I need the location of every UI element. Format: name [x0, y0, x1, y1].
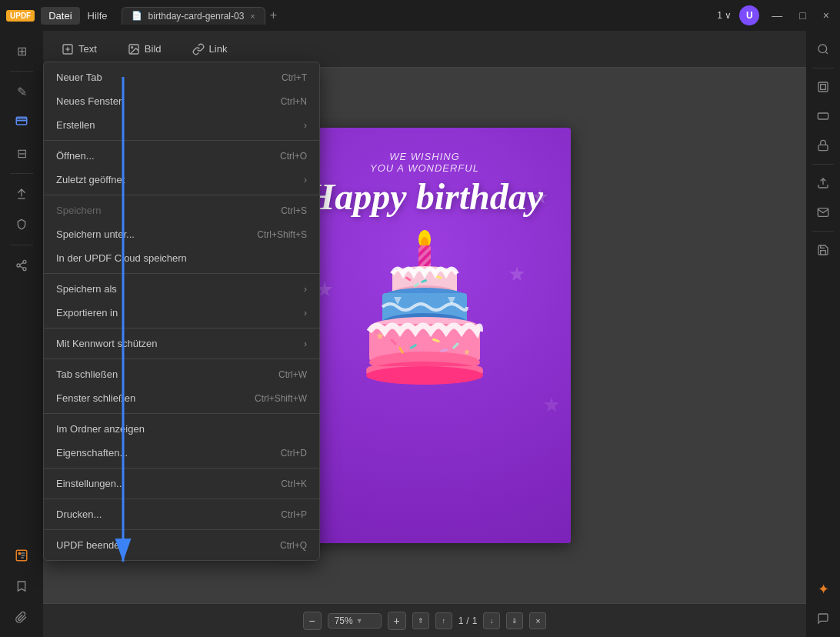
- toolbar-text-btn[interactable]: Text: [55, 40, 103, 58]
- sidebar-protect-icon[interactable]: [8, 211, 35, 238]
- menu-item-zuletzt[interactable]: Zuletzt geöffnet ›: [44, 168, 319, 192]
- menu-item-speichern-unter[interactable]: Speichern unter... Ctrl+Shift+S: [44, 222, 319, 246]
- titlebar: UPDF Datei Hilfe 📄 birthday-card-genral-…: [0, 0, 840, 31]
- pdf-main-text: Happy birthday: [306, 177, 543, 218]
- sidebar-share-icon[interactable]: [8, 252, 35, 279]
- svg-marker-24: [544, 397, 559, 412]
- tab-title: birthday-card-genral-03: [148, 11, 245, 22]
- right-redact-icon[interactable]: [811, 104, 835, 128]
- sidebar-export-icon[interactable]: [8, 180, 35, 208]
- sidebar-edit-icon[interactable]: ✎: [8, 78, 35, 105]
- main-layout: ⊞ ✎ ⊟: [0, 31, 840, 637]
- svg-point-5: [17, 264, 20, 267]
- add-tab-button[interactable]: +: [270, 8, 277, 22]
- bottom-bar: − 75% ▼ + ⇑ ↑ 1 / 1 ↓ ⇓ ×: [43, 603, 806, 637]
- menu-sep-6: [44, 413, 319, 414]
- tab-close-button[interactable]: ×: [250, 12, 255, 21]
- svg-rect-28: [418, 245, 431, 268]
- svg-point-6: [23, 268, 26, 271]
- pdf-text-line1: WE WISHING YOU A WONDERFUL: [370, 151, 479, 174]
- sidebar-organize-icon[interactable]: ⊟: [8, 139, 35, 167]
- sidebar-right: ✦: [806, 31, 840, 637]
- toolbar-image-btn[interactable]: Bild: [122, 40, 168, 58]
- menu-datei[interactable]: Datei: [41, 7, 79, 25]
- cake-illustration: [348, 224, 502, 393]
- page-first-button[interactable]: ⇑: [412, 612, 429, 629]
- menu-sep-8: [44, 499, 319, 499]
- svg-line-8: [20, 262, 24, 265]
- zoom-dropdown-icon[interactable]: ▼: [356, 617, 363, 625]
- sidebar-left: ⊞ ✎ ⊟: [0, 31, 43, 637]
- menu-item-beenden[interactable]: UPDF beenden Ctrl+Q: [44, 533, 319, 557]
- svg-point-56: [818, 45, 827, 53]
- sidebar-attachment-icon[interactable]: [8, 603, 35, 631]
- svg-point-55: [366, 366, 483, 385]
- sidebar-layers-icon[interactable]: [8, 542, 35, 569]
- page-display: 1 / 1: [458, 615, 478, 626]
- tab-doc-icon: 📄: [132, 11, 142, 21]
- menu-item-exportieren[interactable]: Exportieren in ›: [44, 301, 319, 325]
- right-lock-icon[interactable]: [811, 133, 835, 158]
- menu-item-kennwort[interactable]: Mit Kennwort schützen ›: [44, 332, 319, 355]
- menu-sep-3: [44, 273, 319, 274]
- svg-line-57: [825, 52, 828, 54]
- menu-item-eigenschaften[interactable]: Eigenschaften... Ctrl+D: [44, 441, 319, 465]
- menu-sep-4: [44, 328, 319, 329]
- menu-sep-1: [44, 140, 319, 141]
- sidebar-divider-3: [10, 245, 33, 245]
- right-ai-icon[interactable]: ✦: [811, 577, 835, 602]
- document-tab[interactable]: 📄 birthday-card-genral-03 ×: [122, 7, 265, 25]
- svg-point-4: [23, 260, 26, 263]
- sidebar-thumbnail-icon[interactable]: ⊞: [8, 37, 35, 65]
- minimize-button[interactable]: —: [767, 8, 787, 23]
- menu-item-fenster-schliessen[interactable]: Fenster schließen Ctrl+Shift+W: [44, 386, 319, 410]
- pdf-page: WE WISHING YOU A WONDERFUL Happy birthda…: [278, 128, 571, 543]
- menu-item-cloud-speichern[interactable]: In der UPDF Cloud speichern: [44, 246, 319, 270]
- app-logo: UPDF: [6, 10, 35, 22]
- menu-item-speichern-als[interactable]: Speichern als ›: [44, 277, 319, 301]
- svg-point-18: [132, 46, 133, 48]
- right-search-icon[interactable]: [811, 37, 835, 62]
- toolbar-link-btn[interactable]: Link: [186, 40, 234, 58]
- right-chat-icon[interactable]: [811, 606, 835, 631]
- menu-item-oeffnen[interactable]: Öffnen... Ctrl+O: [44, 144, 319, 168]
- sidebar-divider-2: [10, 173, 33, 174]
- menu-item-speichern: Speichern Ctrl+S: [44, 198, 319, 222]
- menu-item-erstellen[interactable]: Erstellen ›: [44, 113, 319, 137]
- zoom-in-button[interactable]: +: [388, 612, 406, 630]
- menu-sep-9: [44, 529, 319, 530]
- menu-sep-5: [44, 359, 319, 359]
- page-prev-button[interactable]: ↑: [435, 612, 452, 629]
- right-upload-icon[interactable]: [811, 171, 835, 195]
- page-next-button[interactable]: ↓: [483, 612, 500, 629]
- page-nav-display[interactable]: 1 ∨: [717, 10, 732, 21]
- page-last-button[interactable]: ⇓: [506, 612, 523, 629]
- sidebar-divider-1: [10, 71, 33, 72]
- right-mail-icon[interactable]: [811, 200, 835, 225]
- menu-item-einstellungen[interactable]: Einstellungen... Ctrl+K: [44, 472, 319, 495]
- menu-item-neues-fenster[interactable]: Neues Fenster Ctrl+N: [44, 89, 319, 113]
- menu-item-tab-schliessen[interactable]: Tab schließen Ctrl+W: [44, 362, 319, 386]
- menu-item-im-ordner[interactable]: Im Ordner anzeigen: [44, 417, 319, 441]
- sidebar-comment-icon[interactable]: [8, 108, 35, 136]
- svg-rect-12: [21, 555, 25, 556]
- svg-marker-22: [509, 266, 525, 281]
- close-window-button[interactable]: ×: [818, 8, 834, 23]
- menu-item-drucken[interactable]: Drucken... Ctrl+P: [44, 502, 319, 526]
- user-avatar[interactable]: U: [739, 5, 759, 25]
- zoom-out-button[interactable]: −: [303, 612, 322, 630]
- sidebar-bookmark-icon[interactable]: [8, 572, 35, 600]
- svg-rect-60: [818, 113, 828, 119]
- maximize-button[interactable]: □: [795, 8, 810, 23]
- file-menu-dropdown: Neuer Tab Ctrl+T Neues Fenster Ctrl+N Er…: [43, 62, 320, 561]
- menu-sep-2: [44, 195, 319, 195]
- menu-hilfe[interactable]: Hilfe: [80, 7, 115, 25]
- fullscreen-close-button[interactable]: ×: [529, 612, 546, 629]
- svg-rect-13: [21, 557, 24, 559]
- svg-rect-59: [821, 85, 826, 90]
- menu-item-neuer-tab[interactable]: Neuer Tab Ctrl+T: [44, 65, 319, 89]
- right-save-cloud-icon[interactable]: [811, 238, 835, 262]
- right-snapshot-icon[interactable]: [811, 75, 835, 99]
- svg-rect-58: [818, 82, 828, 92]
- svg-point-10: [18, 552, 20, 554]
